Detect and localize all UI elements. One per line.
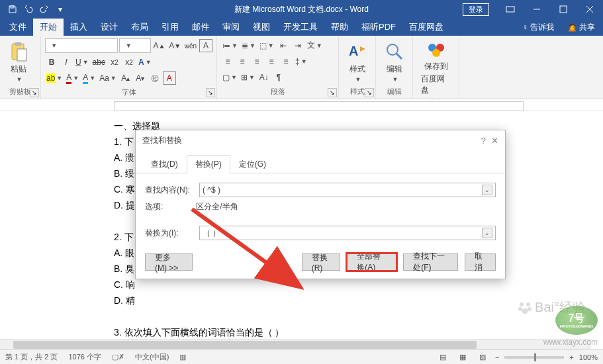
char-shading-icon[interactable]: A▼ bbox=[81, 71, 97, 85]
font-size-combo[interactable]: .▼ bbox=[119, 38, 150, 53]
status-language[interactable]: 中文(中国) bbox=[135, 352, 169, 362]
status-words[interactable]: 1076 个字 bbox=[68, 352, 101, 362]
find-next-button[interactable]: 查找下一处(F) bbox=[403, 253, 458, 271]
save-icon[interactable] bbox=[5, 2, 20, 17]
subscript-icon[interactable]: x2 bbox=[108, 56, 121, 69]
paragraph-launcher-icon[interactable]: ↘ bbox=[328, 88, 337, 97]
minimize-icon[interactable] bbox=[524, 0, 550, 19]
dialog-titlebar[interactable]: 查找和替换 ? ✕ bbox=[136, 130, 505, 150]
tab-help[interactable]: 帮助 bbox=[324, 19, 355, 36]
insert-mode-icon[interactable]: ▥ bbox=[179, 353, 186, 361]
tab-devtools[interactable]: 开发工具 bbox=[277, 19, 324, 36]
line-spacing-icon[interactable]: ‡▼ bbox=[294, 55, 308, 68]
grow-font-icon[interactable]: A▲ bbox=[152, 39, 167, 52]
asian-layout-icon[interactable]: 文▼ bbox=[306, 39, 324, 52]
share-button[interactable]: 🙍共享 bbox=[562, 19, 600, 36]
ribbon-display-icon[interactable] bbox=[497, 0, 524, 19]
spellcheck-icon[interactable]: ▢✗ bbox=[112, 353, 124, 361]
zoom-in-icon[interactable]: + bbox=[569, 353, 573, 361]
shrink-font2-icon[interactable]: A▾ bbox=[134, 71, 147, 85]
italic-icon[interactable]: I bbox=[60, 56, 73, 69]
shading-icon[interactable]: ▢▼ bbox=[221, 71, 238, 84]
dialog-close-icon[interactable]: ✕ bbox=[491, 136, 498, 146]
zoom-slider[interactable] bbox=[504, 356, 564, 359]
styles-button[interactable]: A 样式 ▼ bbox=[343, 41, 372, 83]
multilevel-icon[interactable]: ⬚▼ bbox=[258, 39, 275, 52]
maximize-icon[interactable] bbox=[550, 0, 577, 19]
bullets-icon[interactable]: ≔▼ bbox=[221, 39, 239, 52]
zoom-out-icon[interactable]: − bbox=[495, 353, 499, 361]
enclose-chars-icon[interactable]: ㊓ bbox=[148, 71, 162, 85]
close-icon[interactable] bbox=[577, 0, 603, 19]
save-baidu-button[interactable]: 保存到 百度网盘 bbox=[417, 38, 455, 96]
readmode-view-icon[interactable]: ▤ bbox=[436, 352, 450, 363]
sort-icon[interactable]: A↓ bbox=[257, 71, 271, 84]
strikethrough-icon[interactable]: abc bbox=[91, 56, 107, 69]
font-color-icon[interactable]: A▼ bbox=[65, 71, 80, 85]
underline-icon[interactable]: U▼ bbox=[74, 56, 90, 69]
phonetic-guide-icon[interactable]: wén bbox=[183, 39, 198, 52]
tab-layout[interactable]: 布局 bbox=[124, 19, 155, 36]
print-layout-view-icon[interactable]: ▦ bbox=[455, 352, 470, 363]
tab-home[interactable]: 开始 bbox=[33, 19, 64, 36]
tab-goto-g[interactable]: 定位(G) bbox=[230, 155, 275, 173]
shrink-font-icon[interactable]: A▼ bbox=[167, 39, 182, 52]
cancel-button[interactable]: 取消 bbox=[465, 253, 496, 271]
redo-icon[interactable] bbox=[37, 2, 52, 17]
tab-view[interactable]: 视图 bbox=[246, 19, 277, 36]
horizontal-scrollbar[interactable] bbox=[0, 339, 591, 349]
borders-icon[interactable]: ⊞▼ bbox=[240, 71, 256, 84]
status-page[interactable]: 第 1 页，共 2 页 bbox=[5, 352, 58, 362]
superscript-icon[interactable]: x2 bbox=[122, 56, 136, 69]
tab-design[interactable]: 设计 bbox=[94, 19, 124, 36]
bold-icon[interactable]: B bbox=[45, 56, 58, 69]
tab-baidu[interactable]: 百度网盘 bbox=[402, 19, 450, 36]
tab-replace-p[interactable]: 替换(P) bbox=[187, 155, 230, 173]
tab-file[interactable]: 文件 bbox=[3, 19, 33, 36]
align-center-icon[interactable]: ≡ bbox=[236, 55, 249, 68]
align-right-icon[interactable]: ≡ bbox=[250, 55, 263, 68]
ruler[interactable] bbox=[0, 99, 603, 111]
decrease-indent-icon[interactable]: ⇤ bbox=[277, 39, 290, 52]
dialog-help-icon[interactable]: ? bbox=[481, 136, 486, 146]
font-name-combo[interactable]: .▼ bbox=[45, 38, 118, 53]
highlight-icon[interactable]: ab▼ bbox=[45, 71, 64, 85]
tab-review[interactable]: 审阅 bbox=[216, 19, 246, 36]
increase-indent-icon[interactable]: ⇥ bbox=[291, 39, 304, 52]
more-button[interactable]: 更多(M) >> bbox=[145, 253, 193, 271]
align-left-icon[interactable]: ≡ bbox=[221, 55, 234, 68]
tab-mailings[interactable]: 邮件 bbox=[185, 19, 216, 36]
change-case-icon[interactable]: Aa▼ bbox=[98, 71, 118, 85]
distributed-icon[interactable]: ≡ bbox=[279, 55, 293, 68]
styles-launcher-icon[interactable]: ↘ bbox=[365, 88, 374, 97]
scrollbar-thumb[interactable] bbox=[13, 341, 477, 349]
clipboard-launcher-icon[interactable]: ↘ bbox=[30, 88, 39, 97]
show-marks-icon[interactable]: ¶ bbox=[272, 71, 285, 84]
zoom-level[interactable]: 100% bbox=[579, 353, 598, 361]
tellme-button[interactable]: ♀告诉我 bbox=[517, 19, 559, 36]
qat-customize-icon[interactable]: ▾ bbox=[53, 2, 68, 17]
justify-icon[interactable]: ≡ bbox=[265, 55, 278, 68]
replace-all-button[interactable]: 全部替换(A) bbox=[347, 253, 396, 271]
tab-references[interactable]: 引用 bbox=[155, 19, 185, 36]
group-paragraph: ≔▼ ≣▼ ⬚▼ ⇤ ⇥ 文▼ ≡ ≡ ≡ ≡ ≡ ‡▼ ▢▼ ⊞▼ bbox=[217, 36, 339, 99]
undo-icon[interactable] bbox=[21, 2, 36, 17]
replace-with-input[interactable]: （ ） ⌄ bbox=[199, 226, 496, 240]
char-border-icon[interactable]: A bbox=[199, 39, 212, 52]
find-what-input[interactable]: ( ^$ ) ⌄ bbox=[199, 183, 496, 197]
editing-button[interactable]: 编辑 ▼ bbox=[380, 41, 409, 83]
text-effects-icon[interactable]: A▼ bbox=[137, 56, 153, 69]
paste-button[interactable]: 粘贴 ▼ bbox=[4, 41, 33, 83]
clear-format-icon[interactable]: A bbox=[163, 71, 176, 85]
tab-insert[interactable]: 插入 bbox=[64, 19, 94, 36]
font-launcher-icon[interactable]: ↘ bbox=[206, 88, 215, 97]
replace-history-dropdown-icon[interactable]: ⌄ bbox=[482, 228, 492, 238]
numbering-icon[interactable]: ≣▼ bbox=[240, 39, 257, 52]
tab-pdf[interactable]: 福昕PDF bbox=[355, 19, 402, 36]
grow-font2-icon[interactable]: A▴ bbox=[119, 71, 132, 85]
find-history-dropdown-icon[interactable]: ⌄ bbox=[482, 185, 492, 195]
web-layout-view-icon[interactable]: ▨ bbox=[475, 352, 490, 363]
login-button[interactable]: 登录 bbox=[463, 3, 489, 16]
tab-find-d[interactable]: 查找(D) bbox=[142, 155, 187, 173]
replace-button[interactable]: 替换(R) bbox=[302, 253, 341, 271]
